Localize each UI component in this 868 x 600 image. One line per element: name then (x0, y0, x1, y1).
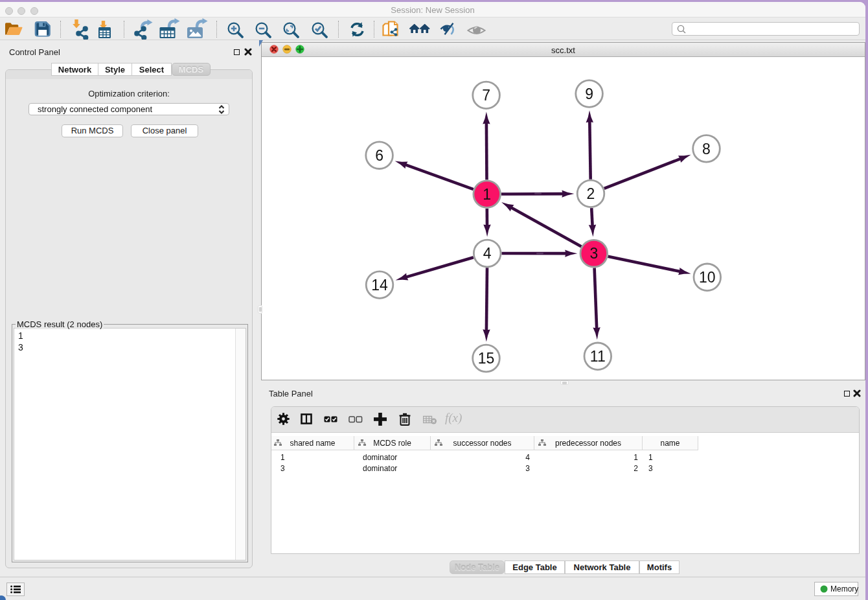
svg-text:14: 14 (371, 277, 388, 294)
svg-text:9: 9 (585, 86, 593, 102)
svg-text:10: 10 (699, 269, 716, 286)
svg-text:4: 4 (483, 245, 492, 262)
svg-text:7: 7 (482, 87, 490, 104)
svg-text:6: 6 (375, 147, 383, 164)
svg-text:2: 2 (587, 185, 595, 202)
svg-text:15: 15 (478, 350, 495, 367)
svg-text:3: 3 (589, 245, 598, 262)
svg-text:1: 1 (483, 186, 491, 203)
svg-text:11: 11 (590, 348, 606, 365)
svg-text:8: 8 (702, 141, 711, 157)
